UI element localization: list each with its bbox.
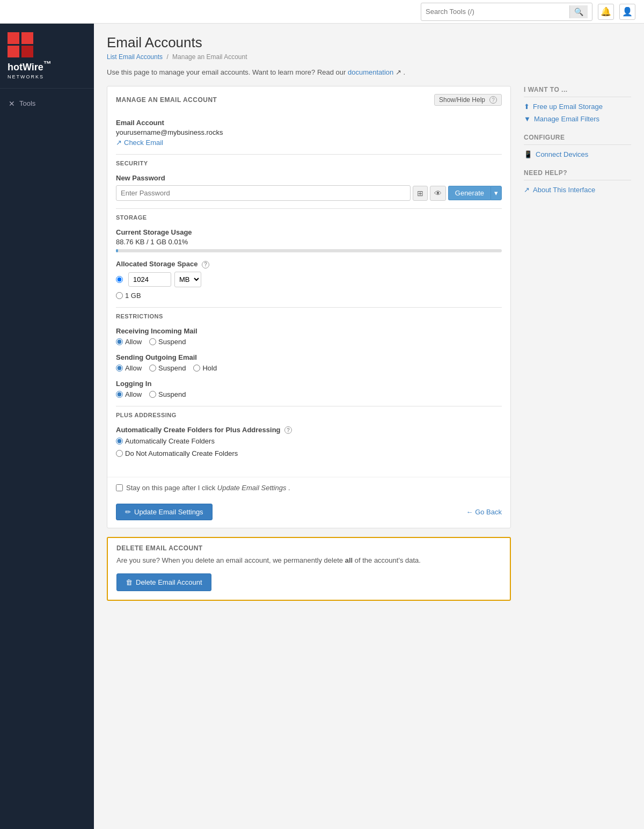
storage-gb-radio[interactable] xyxy=(116,292,123,299)
show-hide-button[interactable]: Show/Hide Help ? xyxy=(434,94,502,106)
allocated-storage-help-icon[interactable]: ? xyxy=(202,261,209,268)
manage-filters-link[interactable]: ▼ Manage Email Filters xyxy=(524,115,631,123)
delete-btn-icon: 🗑 xyxy=(126,578,133,586)
incoming-allow-radio[interactable] xyxy=(116,338,123,345)
email-account-value: yourusername@mybusiness.rocks xyxy=(116,128,502,136)
search-button[interactable]: 🔍 xyxy=(569,5,588,18)
password-row: ⊞ 👁 Generate ▾ xyxy=(116,185,502,201)
plus-addressing-help-icon[interactable]: ? xyxy=(284,426,292,434)
restrictions-divider xyxy=(116,307,502,308)
current-storage-value: 88.76 KB / 1 GB 0.01% xyxy=(116,238,502,246)
allocated-storage-label: Allocated Storage Space ? xyxy=(116,260,502,268)
generate-dropdown-button[interactable]: ▾ xyxy=(491,186,502,200)
generate-button[interactable]: Generate xyxy=(448,186,491,200)
delete-card-header: DELETE EMAIL ACCOUNT xyxy=(108,538,510,555)
check-email-icon: ↗ xyxy=(116,139,122,147)
storage-bar-fill xyxy=(116,249,118,252)
free-up-storage-icon: ⬆ xyxy=(524,103,530,111)
free-up-storage-link[interactable]: ⬆ Free up Email Storage xyxy=(524,103,631,111)
plus-do-not-create-radio[interactable] xyxy=(116,450,123,457)
storage-unit-select[interactable]: MB GB xyxy=(174,272,201,287)
incoming-mail-label: Receiving Incoming Mail xyxy=(116,327,502,335)
update-btn-icon: ✏ xyxy=(125,508,131,516)
search-input[interactable] xyxy=(426,8,569,16)
breadcrumb-list-email[interactable]: List Email Accounts xyxy=(107,53,163,61)
breadcrumb: List Email Accounts / Manage an Email Ac… xyxy=(107,53,631,61)
about-interface-link[interactable]: ↗ About This Interface xyxy=(524,186,631,194)
outgoing-hold-radio[interactable] xyxy=(193,365,200,372)
main-layout: hotWire™ NETWORKS ✕ Tools Email Accounts… xyxy=(0,24,644,829)
password-toggle-icon-btn[interactable]: 👁 xyxy=(430,186,446,201)
content-area: Email Accounts List Email Accounts / Man… xyxy=(94,24,644,829)
logging-suspend-option[interactable]: Suspend xyxy=(149,390,186,398)
delete-card-body: Are you sure? When you delete an email a… xyxy=(108,555,510,600)
stay-on-page-period: . xyxy=(288,484,290,492)
breadcrumb-current: Manage an Email Account xyxy=(172,53,247,61)
outgoing-allow-label: Allow xyxy=(125,364,142,372)
about-interface-label: About This Interface xyxy=(533,186,595,194)
go-back-link[interactable]: ← Go Back xyxy=(466,508,502,516)
logo-box-group-right xyxy=(21,32,33,57)
plus-addressing-radio-group: Automatically Create Folders Do Not Auto… xyxy=(116,437,502,457)
logo-tm: ™ xyxy=(43,59,52,68)
action-row: ✏ Update Email Settings ← Go Back xyxy=(107,498,510,528)
logging-in-label: Logging In xyxy=(116,380,502,388)
search-box: 🔍 xyxy=(421,3,592,21)
incoming-suspend-option[interactable]: Suspend xyxy=(149,338,186,346)
storage-divider xyxy=(116,208,502,209)
two-column-layout: MANAGE AN EMAIL ACCOUNT Show/Hide Help ?… xyxy=(107,86,631,601)
delete-btn-label: Delete Email Account xyxy=(136,578,202,586)
delete-desc-plain: Are you sure? When you delete an email a… xyxy=(116,556,343,564)
logging-suspend-radio[interactable] xyxy=(149,391,156,398)
tools-icon: ✕ xyxy=(9,99,15,108)
storage-mb-radio[interactable] xyxy=(116,276,123,283)
documentation-link[interactable]: documentation xyxy=(348,68,393,76)
manage-card-title: MANAGE AN EMAIL ACCOUNT xyxy=(116,96,217,104)
storage-mb-input[interactable]: 1024 xyxy=(128,272,171,287)
outgoing-suspend-label: Suspend xyxy=(158,364,186,372)
need-help-title: NEED HELP? xyxy=(524,169,631,180)
logo-box-red-tr xyxy=(21,32,33,44)
stay-on-page-label: Stay on this page after I click xyxy=(126,484,215,492)
password-copy-icon-btn[interactable]: ⊞ xyxy=(413,186,428,201)
stay-on-page-text: Stay on this page after I click Update E… xyxy=(126,484,290,492)
plus-addressing-label: Automatically Create Folders for Plus Ad… xyxy=(116,426,502,434)
free-up-storage-label: Free up Email Storage xyxy=(533,103,603,111)
logging-allow-option[interactable]: Allow xyxy=(116,390,142,398)
outgoing-suspend-radio[interactable] xyxy=(149,365,156,372)
restrictions-section-title: RESTRICTIONS xyxy=(116,313,502,319)
manage-card-header: MANAGE AN EMAIL ACCOUNT Show/Hide Help ? xyxy=(107,86,510,111)
plus-auto-create-radio[interactable] xyxy=(116,438,123,445)
stay-on-page-checkbox[interactable] xyxy=(116,484,123,491)
password-input[interactable] xyxy=(116,185,411,201)
incoming-suspend-radio[interactable] xyxy=(149,338,156,345)
logging-allow-radio[interactable] xyxy=(116,391,123,398)
main-panel: MANAGE AN EMAIL ACCOUNT Show/Hide Help ?… xyxy=(107,86,511,601)
side-panel: I WANT TO ... ⬆ Free up Email Storage ▼ … xyxy=(524,86,631,601)
notification-icon[interactable]: 🔔 xyxy=(598,4,614,20)
delete-email-account-button[interactable]: 🗑 Delete Email Account xyxy=(116,573,211,591)
logo-hotwire: hotWire xyxy=(8,62,43,72)
current-storage-label: Current Storage Usage xyxy=(116,228,502,236)
update-btn-label: Update Email Settings xyxy=(134,508,203,516)
delete-desc-bold: all xyxy=(345,556,353,564)
configure-section: CONFIGURE 📱 Connect Devices xyxy=(524,134,631,158)
connect-devices-link[interactable]: 📱 Connect Devices xyxy=(524,150,631,158)
incoming-allow-option[interactable]: Allow xyxy=(116,338,142,346)
storage-row: 1024 MB GB xyxy=(116,272,502,287)
plus-do-not-create-option[interactable]: Do Not Automatically Create Folders xyxy=(116,449,238,457)
email-account-label: Email Account xyxy=(116,119,502,127)
delete-card: DELETE EMAIL ACCOUNT Are you sure? When … xyxy=(107,537,511,601)
user-icon[interactable]: 👤 xyxy=(619,4,635,20)
allocated-storage-label-text: Allocated Storage Space xyxy=(116,260,197,268)
plus-auto-create-option[interactable]: Automatically Create Folders xyxy=(116,437,215,445)
sidebar-item-tools[interactable]: ✕ Tools xyxy=(0,94,94,113)
update-email-settings-button[interactable]: ✏ Update Email Settings xyxy=(116,504,213,520)
check-email-link[interactable]: ↗ Check Email xyxy=(116,139,163,147)
logo-box-red-top xyxy=(8,32,19,44)
outgoing-allow-option[interactable]: Allow xyxy=(116,364,142,372)
outgoing-allow-radio[interactable] xyxy=(116,365,123,372)
page-description: Use this page to manage your email accou… xyxy=(107,68,631,76)
outgoing-hold-option[interactable]: Hold xyxy=(193,364,217,372)
outgoing-suspend-option[interactable]: Suspend xyxy=(149,364,186,372)
